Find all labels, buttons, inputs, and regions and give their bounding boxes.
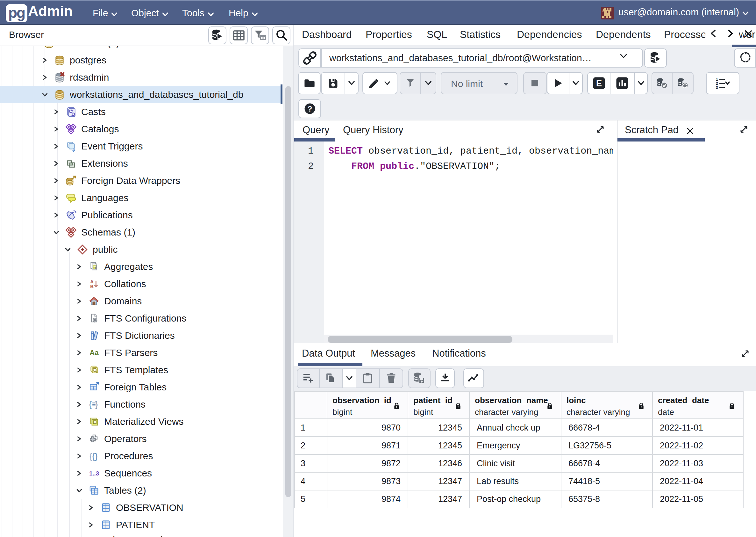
svg-text:}: } — [95, 535, 98, 537]
svg-text:E: E — [596, 78, 602, 88]
svg-text:}: } — [95, 452, 98, 461]
svg-text:2: 2 — [716, 81, 718, 86]
svg-text:{: { — [89, 535, 92, 537]
svg-text:Aa: Aa — [90, 349, 99, 356]
svg-text:1: 1 — [716, 77, 718, 82]
svg-text:{: { — [92, 452, 95, 461]
svg-text:B: B — [90, 284, 94, 289]
svg-text:?: ? — [307, 104, 312, 113]
svg-text:}: } — [95, 400, 98, 409]
svg-text:1..3: 1..3 — [89, 470, 99, 477]
svg-text:{: { — [89, 400, 92, 409]
svg-text:3: 3 — [716, 85, 718, 90]
